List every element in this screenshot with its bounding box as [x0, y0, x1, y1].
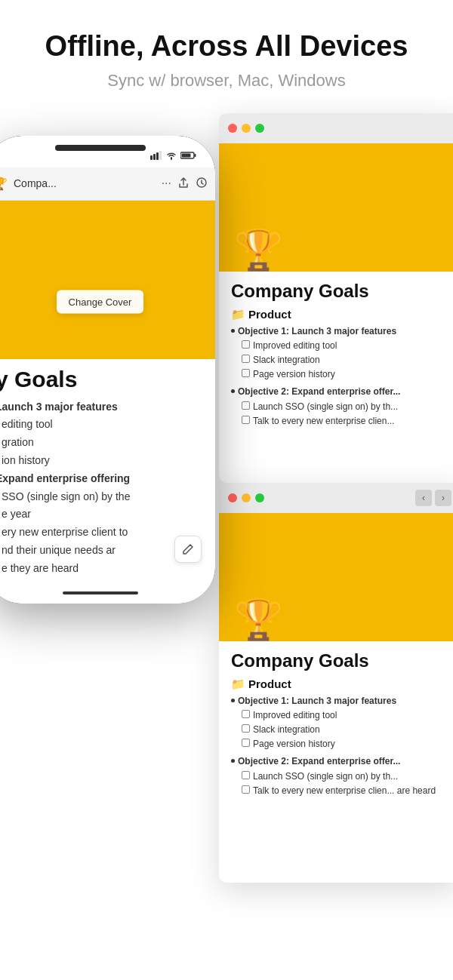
browser-page-title-2: Company Goals [231, 650, 448, 671]
close-dot-1[interactable] [228, 124, 237, 133]
browser-title-bar-2: ‹ › [219, 483, 453, 513]
checkbox-3-3[interactable] [242, 739, 250, 747]
item-3-1: Improved editing tool [231, 708, 448, 723]
browser-cover-1: 🏆 [219, 143, 453, 272]
maximize-dot-1[interactable] [255, 124, 264, 133]
browser-window-2: ‹ › 🏆 Company Goals 📁 Product Objective … [219, 483, 453, 883]
svg-rect-5 [195, 154, 196, 157]
browser-nav-2: ‹ › [415, 490, 451, 506]
phone-item-4: Expand enterprise offering [0, 470, 205, 488]
svg-rect-0 [150, 155, 153, 160]
item-1-3: Page version history [231, 367, 448, 382]
folder-icon-1: 📁 [231, 308, 245, 321]
phone-home-indicator [63, 591, 138, 594]
phone-mockup: 🏆 Compa... ··· [0, 136, 215, 604]
phone-share-icon[interactable] [177, 177, 190, 191]
edit-icon [182, 543, 194, 555]
checkbox-1-1[interactable] [242, 340, 250, 349]
phone-more-icon[interactable]: ··· [162, 177, 171, 190]
phone-item-6: e year [0, 505, 205, 524]
svg-rect-1 [153, 154, 156, 160]
item-3-2: Slack integration [231, 723, 448, 737]
browser-body-2: Company Goals 📁 Product Objective 1: Lau… [219, 641, 453, 807]
phone-notch [55, 145, 146, 151]
phone-browser-title: Compa... [14, 177, 156, 189]
checkbox-1-3[interactable] [242, 369, 250, 377]
objective-4-label: Objective 2: Expand enterprise offer... [231, 754, 448, 769]
objective-3-label: Objective 1: Launch 3 major features [231, 694, 448, 708]
maximize-dot-2[interactable] [255, 493, 264, 502]
browser-section-title-1: 📁 Product [231, 308, 448, 321]
checkbox-1-2[interactable] [242, 355, 250, 363]
checkbox-4-2[interactable] [242, 785, 250, 794]
checkbox-3-2[interactable] [242, 724, 250, 733]
item-2-1: Launch SSO (single sign on) by th... [231, 400, 448, 414]
phone-cover [0, 201, 215, 367]
trophy-icon-1: 🏆 [234, 227, 283, 273]
change-cover-button[interactable]: Change Cover [57, 290, 144, 313]
header-section: Offline, Across All Devices Sync w/ brow… [0, 0, 453, 106]
item-4-2: Talk to every new enterprise clien... ar… [231, 784, 448, 798]
item-4-1: Launch SSO (single sign on) by th... [231, 770, 448, 784]
battery-icon [180, 151, 197, 160]
checkbox-3-1[interactable] [242, 710, 250, 718]
phone-page-title: y Goals [0, 367, 205, 392]
phone-item-9: e they are heard [0, 560, 205, 578]
phone-screen: 🏆 Compa... ··· [0, 136, 215, 604]
phone-history-icon[interactable] [196, 177, 208, 191]
svg-rect-2 [156, 152, 159, 160]
phone-browser-bar: 🏆 Compa... ··· [0, 167, 215, 201]
objective-2-label: Objective 2: Expand enterprise offer... [231, 385, 448, 399]
browser-section-title-2: 📁 Product [231, 677, 448, 691]
checkbox-2-2[interactable] [242, 416, 250, 424]
item-2-2: Talk to every new enterprise clien... [231, 414, 448, 429]
browser-title-bar-1 [219, 113, 453, 143]
phone-item-2: gration [0, 434, 205, 452]
phone-favicon: 🏆 [0, 177, 8, 191]
browser-body-1: Company Goals 📁 Product Objective 1: Lau… [219, 272, 453, 438]
item-3-3: Page version history [231, 737, 448, 751]
svg-rect-6 [182, 153, 191, 157]
page-title: Offline, Across All Devices [15, 30, 438, 63]
phone-edit-button[interactable] [174, 536, 202, 563]
browser-window-1: 🏆 Company Goals 📁 Product Objective 1: L… [219, 113, 453, 483]
folder-icon-2: 📁 [231, 677, 245, 691]
forward-button-2[interactable]: › [435, 490, 451, 506]
minimize-dot-2[interactable] [242, 493, 251, 502]
page-subtitle: Sync w/ browser, Mac, Windows [15, 71, 438, 91]
phone-content: y Goals Launch 3 major features editing … [0, 359, 215, 604]
browser-cover-2: 🏆 [219, 513, 453, 641]
item-1-2: Slack integration [231, 353, 448, 367]
checkbox-4-1[interactable] [242, 771, 250, 779]
phone-item-5: SSO (single sign on) by the [0, 488, 205, 506]
phone-inner: 🏆 Compa... ··· [0, 136, 215, 604]
bullet-4 [231, 759, 235, 763]
bullet-3 [231, 699, 235, 702]
wifi-icon [165, 151, 177, 160]
signal-icon [150, 151, 162, 160]
objective-1-label: Objective 1: Launch 3 major features [231, 324, 448, 339]
devices-container: 🏆 Company Goals 📁 Product Objective 1: L… [0, 113, 453, 917]
phone-item-3: ion history [0, 452, 205, 470]
close-dot-2[interactable] [228, 493, 237, 502]
phone-item-0: Launch 3 major features [0, 398, 205, 416]
checkbox-2-1[interactable] [242, 401, 250, 410]
bullet-2 [231, 389, 235, 393]
svg-rect-3 [159, 151, 162, 160]
browser-page-title-1: Company Goals [231, 281, 448, 302]
phone-item-7: ery new enterprise client to [0, 524, 205, 542]
phone-item-1: editing tool [0, 416, 205, 434]
trophy-icon-2: 🏆 [234, 597, 283, 643]
item-1-1: Improved editing tool [231, 339, 448, 353]
bullet-1 [231, 329, 235, 333]
minimize-dot-1[interactable] [242, 124, 251, 133]
back-button-2[interactable]: ‹ [415, 490, 432, 506]
status-icons [150, 151, 197, 160]
